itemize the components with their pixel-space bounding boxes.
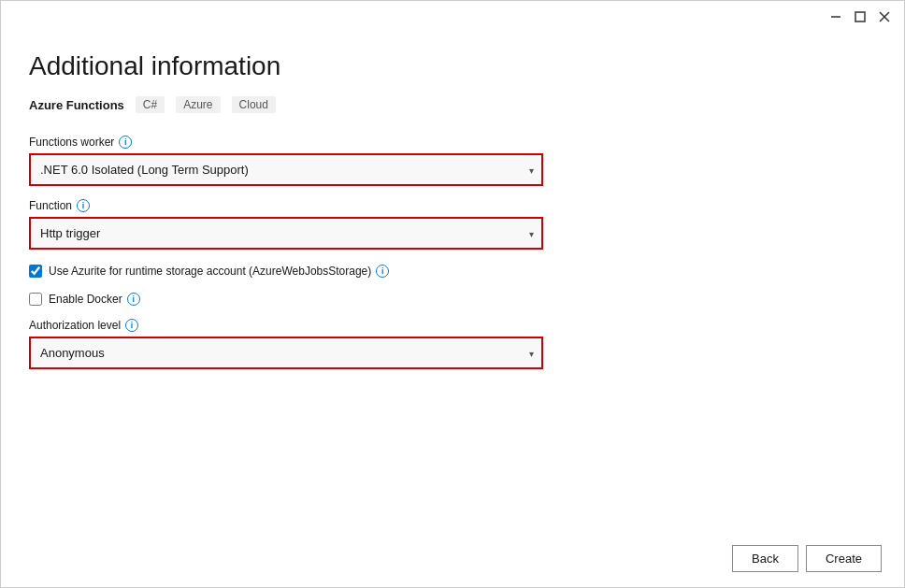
minimize-button[interactable] <box>827 8 844 25</box>
authorization-level-select[interactable]: Anonymous Function Admin <box>29 337 543 369</box>
functions-worker-select[interactable]: .NET 6.0 Isolated (Long Term Support) .N… <box>29 153 543 186</box>
use-azurite-checkbox[interactable] <box>29 265 42 278</box>
content-area: Additional information Azure Functions C… <box>1 33 904 530</box>
tag-csharp: C# <box>136 96 165 113</box>
function-select-wrapper: Http trigger Timer trigger Blob trigger … <box>29 217 543 250</box>
authorization-level-group: Authorization level i Anonymous Function… <box>29 319 876 369</box>
functions-worker-label: Functions worker i <box>29 136 876 149</box>
back-button[interactable]: Back <box>732 545 798 572</box>
use-azurite-info-icon[interactable]: i <box>376 265 389 278</box>
maximize-button[interactable] <box>852 8 869 25</box>
page-title: Additional information <box>29 51 876 81</box>
tag-azure: Azure <box>176 96 220 113</box>
subtitle-main: Azure Functions <box>29 98 124 112</box>
main-window: Additional information Azure Functions C… <box>0 0 905 588</box>
authorization-level-select-wrapper: Anonymous Function Admin ▾ <box>29 337 543 369</box>
enable-docker-label: Enable Docker i <box>49 293 140 306</box>
functions-worker-select-wrapper: .NET 6.0 Isolated (Long Term Support) .N… <box>29 153 543 186</box>
authorization-level-info-icon[interactable]: i <box>125 319 138 332</box>
footer: Back Create <box>1 530 904 587</box>
function-info-icon[interactable]: i <box>77 199 90 212</box>
title-bar <box>1 1 904 33</box>
functions-worker-info-icon[interactable]: i <box>119 136 132 149</box>
use-azurite-row: Use Azurite for runtime storage account … <box>29 265 876 278</box>
use-azurite-label: Use Azurite for runtime storage account … <box>49 265 389 278</box>
function-group: Function i Http trigger Timer trigger Bl… <box>29 199 876 250</box>
function-select[interactable]: Http trigger Timer trigger Blob trigger <box>29 217 543 250</box>
function-label: Function i <box>29 199 876 212</box>
enable-docker-info-icon[interactable]: i <box>127 293 140 306</box>
enable-docker-row: Enable Docker i <box>29 293 876 306</box>
svg-rect-1 <box>855 12 865 22</box>
form-section: Functions worker i .NET 6.0 Isolated (Lo… <box>29 136 876 511</box>
tag-cloud: Cloud <box>232 96 276 113</box>
enable-docker-checkbox[interactable] <box>29 293 42 306</box>
subtitle-row: Azure Functions C# Azure Cloud <box>29 96 876 113</box>
authorization-level-label: Authorization level i <box>29 319 876 332</box>
create-button[interactable]: Create <box>806 545 882 572</box>
close-button[interactable] <box>876 8 893 25</box>
functions-worker-group: Functions worker i .NET 6.0 Isolated (Lo… <box>29 136 876 186</box>
